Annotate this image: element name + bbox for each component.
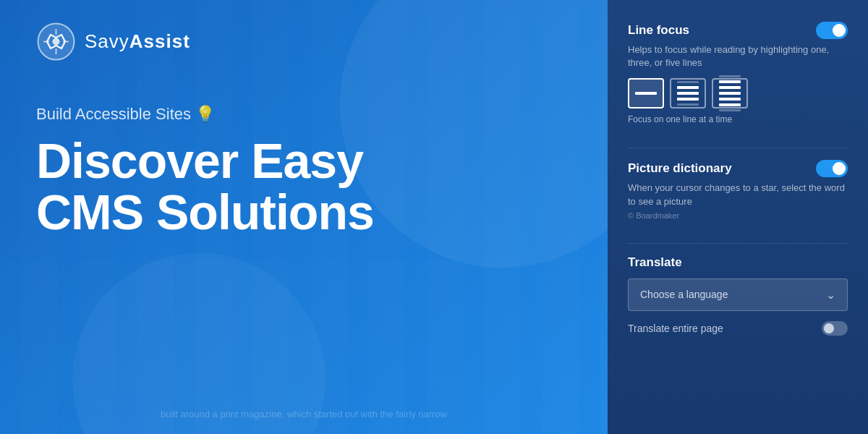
picture-dictionary-section: Picture dictionary When your cursor chan… [628, 160, 848, 219]
right-panel: Line focus Helps to focus while reading … [608, 0, 868, 434]
h-line-1 [719, 80, 741, 83]
highlight-line-2 [677, 92, 699, 95]
dim-line-b [719, 109, 741, 111]
language-select-placeholder: Choose a language [640, 289, 728, 300]
highlight-line-3 [677, 98, 699, 101]
translate-section: Translate Choose a language ⌄ Translate … [628, 255, 848, 336]
language-select-dropdown[interactable]: Choose a language ⌄ [628, 278, 848, 311]
dim-line-2 [677, 103, 699, 106]
svg-point-1 [53, 38, 60, 46]
headline-line2: CMS Solutions [36, 187, 571, 238]
line-focus-buttons [628, 78, 848, 109]
line-focus-desc: Helps to focus while reading by highligh… [628, 43, 848, 69]
highlight-line [677, 86, 699, 89]
picture-dict-title: Picture dictionary [628, 161, 732, 176]
focus-three-line-btn[interactable] [670, 78, 706, 109]
h-line-3 [719, 92, 741, 95]
picture-dict-toggle[interactable] [816, 160, 848, 177]
chevron-down-icon: ⌄ [826, 288, 835, 302]
line-focus-section: Line focus Helps to focus while reading … [628, 22, 848, 124]
translate-entire-page-row: Translate entire page [628, 321, 848, 336]
left-panel: SavyAssist Build Accessible Sites 💡 Disc… [0, 0, 608, 434]
translate-entire-toggle[interactable] [822, 321, 848, 336]
translate-title: Translate [628, 255, 848, 270]
line-focus-toggle[interactable] [816, 22, 848, 39]
h-line-4 [719, 98, 741, 101]
line-focus-header: Line focus [628, 22, 848, 39]
bottom-text: built around a print magazine, which sta… [36, 409, 571, 420]
main-headline: Discover Easy CMS Solutions [36, 135, 571, 239]
logo-area: SavyAssist [36, 22, 571, 61]
focus-five-line-btn[interactable] [712, 78, 748, 109]
divider-1 [628, 148, 848, 148]
logo-text: SavyAssist [85, 30, 190, 53]
tagline: Build Accessible Sites 💡 [36, 105, 571, 124]
logo-icon [36, 22, 76, 61]
headline-line1: Discover Easy [36, 135, 571, 187]
picture-dict-header: Picture dictionary [628, 160, 848, 177]
picture-dict-credit: © Boardmaker [628, 211, 848, 220]
focus-label: Focus on one line at a time [628, 114, 848, 124]
h-line-2 [719, 86, 741, 89]
h-line-5 [719, 103, 741, 106]
dim-line-1 [677, 81, 699, 83]
dim-line [719, 75, 741, 77]
translate-entire-label: Translate entire page [628, 323, 723, 334]
highlight-line [635, 92, 657, 95]
line-focus-title: Line focus [628, 23, 689, 38]
picture-dict-desc: When your cursor changes to a star, sele… [628, 182, 848, 208]
focus-one-line-btn[interactable] [628, 78, 664, 109]
divider-2 [628, 243, 848, 244]
